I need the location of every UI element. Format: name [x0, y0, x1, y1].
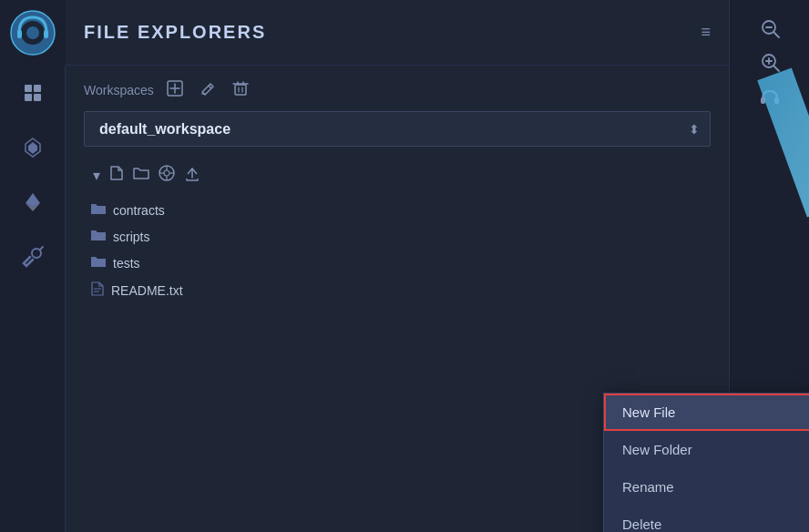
folder-icon	[91, 202, 106, 218]
panel-title: FILE EXPLORERS	[84, 22, 701, 43]
svg-rect-6	[34, 85, 41, 92]
sidebar-item-settings[interactable]	[0, 230, 66, 284]
header-menu-icon[interactable]: ≡	[701, 23, 711, 42]
folder-icon	[91, 229, 106, 244]
svg-rect-18	[235, 85, 246, 95]
decoration	[757, 68, 809, 218]
context-menu-new-file[interactable]: New File	[604, 394, 809, 431]
list-item[interactable]: contracts	[84, 198, 720, 222]
new-file-icon[interactable]	[109, 165, 124, 185]
app-logo	[0, 0, 66, 66]
edit-workspace-button[interactable]	[196, 78, 220, 102]
add-workspace-button[interactable]	[163, 78, 187, 102]
file-tree: contracts scripts tests	[84, 198, 720, 303]
svg-point-25	[164, 170, 169, 176]
svg-line-39	[773, 66, 779, 71]
new-folder-icon[interactable]	[133, 166, 149, 184]
svg-rect-7	[25, 94, 32, 101]
item-label: scripts	[113, 230, 149, 244]
upload-icon[interactable]	[184, 165, 200, 185]
zoom-out-icon[interactable]	[760, 18, 780, 43]
list-item[interactable]: README.txt	[84, 277, 720, 303]
context-menu: New File New Folder Rename Delete Publis…	[603, 393, 809, 532]
svg-rect-5	[25, 85, 32, 92]
svg-line-12	[40, 247, 43, 250]
context-menu-new-folder[interactable]: New Folder	[604, 431, 809, 468]
github-icon[interactable]	[159, 165, 175, 185]
collapse-icon[interactable]: ▾	[93, 167, 100, 184]
item-label: tests	[113, 256, 140, 271]
file-icon	[91, 281, 104, 299]
svg-rect-4	[44, 30, 48, 38]
sidebar-item-files[interactable]	[0, 66, 66, 120]
workspace-select-wrapper: default_workspace ⬍	[84, 111, 711, 147]
workspaces-label: Workspaces	[84, 83, 154, 97]
svg-line-16	[209, 86, 211, 88]
sidebar-item-plugins[interactable]	[0, 120, 66, 175]
workspace-select[interactable]: default_workspace	[84, 111, 711, 147]
svg-line-35	[773, 32, 779, 37]
main-panel: FILE EXPLORERS ≡ Workspaces	[66, 0, 729, 532]
sidebar	[0, 0, 66, 532]
tree-toolbar: ▾	[84, 165, 720, 185]
item-label: contracts	[113, 203, 165, 218]
list-item[interactable]: tests	[84, 251, 720, 275]
sidebar-item-ethereum[interactable]	[0, 175, 66, 230]
context-menu-rename[interactable]: Rename	[604, 468, 809, 506]
svg-rect-3	[17, 30, 22, 38]
item-label: README.txt	[111, 283, 183, 298]
workspaces-label-row: Workspaces	[84, 78, 711, 102]
delete-workspace-button[interactable]	[229, 78, 252, 102]
list-item[interactable]: scripts	[84, 224, 720, 249]
file-tree-section: ▾	[66, 156, 729, 532]
svg-point-2	[26, 26, 39, 39]
panel-header: FILE EXPLORERS ≡	[66, 0, 729, 66]
folder-icon	[91, 255, 106, 271]
svg-rect-8	[34, 94, 41, 101]
workspaces-section: Workspaces	[66, 66, 729, 156]
context-menu-delete[interactable]: Delete	[604, 506, 809, 532]
